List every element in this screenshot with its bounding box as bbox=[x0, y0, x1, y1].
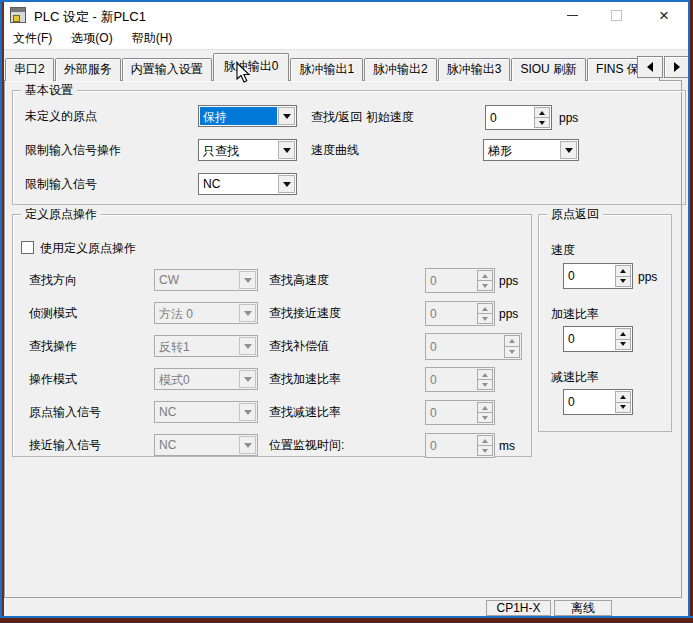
position-monitor-time-value: 0 bbox=[430, 439, 437, 453]
chevron-down-icon[interactable] bbox=[278, 107, 295, 125]
search-operation-label: 查找操作 bbox=[29, 335, 77, 357]
search-direction-label: 查找方向 bbox=[29, 269, 77, 291]
menu-file[interactable]: 文件(F) bbox=[6, 30, 59, 47]
window-frame-left-inner bbox=[2, 2, 4, 616]
detect-mode-label: 侦测模式 bbox=[29, 302, 77, 324]
tab-scroll-left-button[interactable] bbox=[637, 56, 663, 78]
use-origin-define-label: 使用定义原点操作 bbox=[40, 237, 136, 259]
initial-speed-unit: pps bbox=[559, 106, 578, 130]
initial-speed-spinner[interactable]: 0 bbox=[485, 105, 552, 130]
limit-input-operation-select[interactable]: 只查找 bbox=[198, 139, 297, 161]
tab-external-service[interactable]: 外部服务 bbox=[55, 58, 121, 81]
spinner-down-button bbox=[504, 346, 520, 358]
close-icon: × bbox=[659, 7, 669, 24]
search-direction-value: CW bbox=[156, 271, 238, 289]
search-operation-select: 反转1 bbox=[154, 335, 258, 357]
group-origin-return-title: 原点返回 bbox=[547, 206, 603, 223]
limit-input-signal-label: 限制输入信号 bbox=[25, 173, 97, 195]
search-compensation-label: 查找补偿值 bbox=[269, 335, 329, 357]
title-bar: PLC 设定 - 新PLC1 × bbox=[4, 2, 688, 28]
search-direction-select: CW bbox=[154, 269, 258, 291]
position-monitor-time-unit: ms bbox=[499, 434, 515, 458]
arrow-left-icon bbox=[647, 62, 653, 72]
initial-speed-label: 查找/返回 初始速度 bbox=[311, 106, 414, 128]
group-origin-define-title: 定义原点操作 bbox=[21, 206, 101, 223]
origin-input-signal-select: NC bbox=[154, 401, 258, 423]
status-bar: CP1H-X 离线 bbox=[4, 600, 682, 616]
position-monitor-time-spinner: 0 bbox=[425, 433, 495, 458]
return-accel-ratio-spinner[interactable]: 0 bbox=[563, 326, 633, 352]
app-icon bbox=[10, 7, 26, 23]
search-high-speed-unit: pps bbox=[499, 269, 518, 293]
return-speed-unit: pps bbox=[638, 265, 657, 289]
tab-siou-refresh[interactable]: SIOU 刷新 bbox=[511, 58, 586, 81]
menu-help[interactable]: 帮助(H) bbox=[125, 30, 180, 47]
mouse-cursor bbox=[236, 62, 252, 84]
minimize-button[interactable] bbox=[556, 2, 588, 28]
return-accel-ratio-label: 加速比率 bbox=[551, 303, 599, 325]
search-approach-speed-spinner: 0 bbox=[425, 301, 495, 326]
window-frame-top bbox=[0, 0, 693, 2]
menu-options[interactable]: 选项(O) bbox=[64, 30, 119, 47]
search-decel-ratio-label: 查找减速比率 bbox=[269, 401, 341, 423]
speed-curve-label: 速度曲线 bbox=[311, 139, 359, 161]
maximize-button bbox=[600, 2, 632, 28]
use-origin-define-checkbox[interactable] bbox=[21, 241, 34, 254]
group-basic-settings: 基本设置 未定义的原点 保持 限制输入信号操作 只查找 限制输入信号 NC 查找… bbox=[12, 90, 686, 205]
search-approach-speed-value: 0 bbox=[430, 307, 437, 321]
search-high-speed-value: 0 bbox=[430, 274, 437, 288]
spinner-down-button[interactable] bbox=[534, 117, 550, 128]
origin-input-signal-value: NC bbox=[156, 403, 238, 421]
chevron-down-icon[interactable] bbox=[560, 141, 577, 159]
chevron-down-icon[interactable] bbox=[278, 175, 295, 193]
search-decel-ratio-spinner: 0 bbox=[425, 400, 495, 425]
window-title: PLC 设定 - 新PLC1 bbox=[34, 8, 146, 26]
search-high-speed-spinner: 0 bbox=[425, 268, 495, 293]
undefined-origin-value: 保持 bbox=[200, 107, 277, 125]
chevron-down-icon bbox=[239, 403, 256, 421]
spinner-down-button bbox=[477, 445, 493, 456]
chevron-down-icon bbox=[239, 271, 256, 289]
operation-mode-select: 模式0 bbox=[154, 368, 258, 390]
search-compensation-value: 0 bbox=[430, 340, 437, 354]
status-connection: 离线 bbox=[554, 600, 612, 616]
spinner-down-button[interactable] bbox=[615, 276, 631, 288]
approach-input-signal-select: NC bbox=[154, 434, 258, 456]
tab-builtin-input-settings[interactable]: 内置输入设置 bbox=[122, 58, 212, 81]
maximize-icon bbox=[611, 10, 622, 21]
chevron-down-icon[interactable] bbox=[278, 141, 295, 159]
limit-input-signal-select[interactable]: NC bbox=[198, 173, 297, 195]
tab-pulse-output-3[interactable]: 脉冲输出3 bbox=[438, 58, 511, 81]
limit-input-operation-label: 限制输入信号操作 bbox=[25, 139, 121, 161]
search-operation-value: 反转1 bbox=[156, 337, 238, 355]
spinner-down-button[interactable] bbox=[615, 339, 631, 351]
undefined-origin-select[interactable]: 保持 bbox=[198, 105, 297, 127]
return-speed-value: 0 bbox=[568, 269, 575, 283]
tab-scroll-right-button[interactable] bbox=[664, 56, 690, 78]
search-decel-ratio-value: 0 bbox=[430, 406, 437, 420]
tab-pulse-output-1[interactable]: 脉冲输出1 bbox=[290, 58, 363, 81]
tab-strip: 串口2 外部服务 内置输入设置 脉冲输出0 脉冲输出1 脉冲输出2 脉冲输出3 … bbox=[5, 53, 661, 81]
search-accel-ratio-value: 0 bbox=[430, 373, 437, 387]
return-decel-ratio-spinner[interactable]: 0 bbox=[563, 389, 633, 415]
operation-mode-label: 操作模式 bbox=[29, 368, 77, 390]
minimize-icon bbox=[567, 15, 578, 16]
approach-input-signal-label: 接近输入信号 bbox=[29, 434, 101, 456]
arrow-right-icon bbox=[674, 62, 680, 72]
status-plc-type: CP1H-X bbox=[486, 600, 551, 616]
limit-input-signal-value: NC bbox=[200, 175, 277, 193]
group-basic-title: 基本设置 bbox=[21, 82, 77, 99]
return-accel-ratio-value: 0 bbox=[568, 332, 575, 346]
spinner-down-button bbox=[477, 412, 493, 423]
return-decel-ratio-value: 0 bbox=[568, 395, 575, 409]
tab-pulse-output-2[interactable]: 脉冲输出2 bbox=[364, 58, 437, 81]
close-button[interactable]: × bbox=[648, 2, 680, 28]
search-compensation-spinner: 0 bbox=[425, 333, 522, 360]
tab-serial-port-2[interactable]: 串口2 bbox=[5, 58, 54, 81]
spinner-down-button[interactable] bbox=[615, 402, 631, 414]
return-speed-spinner[interactable]: 0 bbox=[563, 263, 633, 289]
speed-curve-select[interactable]: 梯形 bbox=[483, 139, 579, 161]
group-origin-define: 定义原点操作 使用定义原点操作 查找方向 CW 查找高速度 0 pps 侦测模式… bbox=[12, 214, 532, 457]
search-approach-speed-unit: pps bbox=[499, 302, 518, 326]
search-accel-ratio-label: 查找加速比率 bbox=[269, 368, 341, 390]
